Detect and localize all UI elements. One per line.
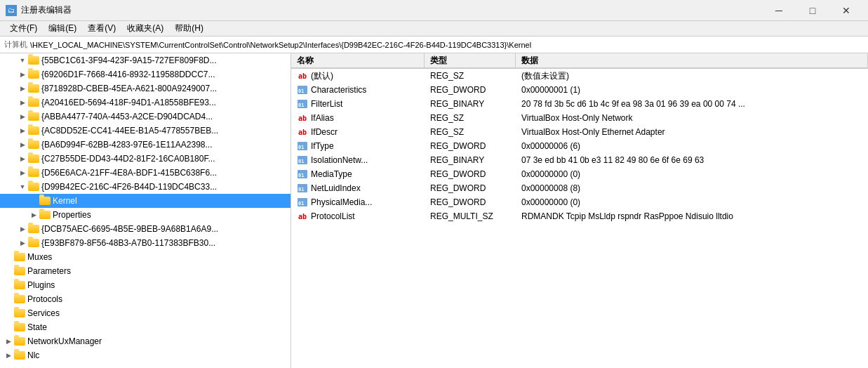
folder-icon [14,294,25,304]
table-row[interactable]: 01IsolationNetw...REG_BINARY07 3e ed bb … [291,153,868,167]
tree-item[interactable]: Plugins [0,278,291,292]
cell-type: REG_DWORD [425,84,516,96]
tree-item-label: Parameters [27,266,71,276]
tree-expand-icon[interactable]: ▶ [17,83,28,94]
column-data[interactable]: 数据 [516,53,868,67]
tree-item[interactable]: ▶{D56E6ACA-21FF-4E8A-BDF1-415BC638F6... [0,166,291,180]
table-row[interactable]: 01MediaTypeREG_DWORD0x00000000 (0) [291,167,868,181]
tree-item[interactable]: ▶{69206D1F-7668-4416-8932-119588DDCC7... [0,67,291,81]
folder-icon [28,70,39,79]
cell-type: REG_DWORD [425,197,516,208]
tree-expand-icon[interactable]: ▶ [17,167,28,178]
folder-icon [39,210,51,220]
menu-item[interactable]: 编辑(E) [43,21,82,36]
folder-icon [14,266,25,276]
cell-type: REG_SZ [425,112,516,124]
close-button[interactable]: ✕ [830,0,862,21]
cell-type: REG_MULTI_SZ [425,211,516,222]
cell-name: 01NetLuidIndex [291,183,425,194]
cell-name: abIfDescr [291,126,425,138]
table-header: 名称 类型 数据 [291,53,868,69]
tree-item[interactable]: ▶{BA6D994F-62BB-4283-97E6-1E11AA2398... [0,138,291,152]
tree-item[interactable]: ▶{AC8DD52E-CC41-44EE-B1A5-4778557BEB... [0,124,291,138]
cell-data: 0x00000000 (0) [516,169,868,180]
tree-expand-icon[interactable]: ▶ [17,97,28,108]
reg-dword-icon: 01 [297,99,308,109]
folder-icon [14,252,25,262]
svg-text:01: 01 [298,187,304,192]
tree-expand-icon[interactable]: ▶ [3,336,14,347]
tree-expand-icon[interactable] [28,195,39,206]
tree-expand-icon[interactable]: ▼ [17,55,28,66]
tree-expand-icon[interactable]: ▶ [17,125,28,136]
cell-name: 01PhysicalMedia... [291,197,425,208]
table-row[interactable]: 01IfTypeREG_DWORD0x00000006 (6) [291,139,868,153]
tree-expand-icon[interactable] [3,294,14,305]
address-prefix: 计算机 [4,39,27,50]
table-row[interactable]: 01FilterListREG_BINARY20 78 fd 3b 5c d6 … [291,97,868,111]
folder-icon [28,224,39,234]
title-bar: 🗂 注册表编辑器 ─ □ ✕ [0,0,868,21]
tree-expand-icon[interactable]: ▶ [3,350,14,361]
minimize-button[interactable]: ─ [763,0,795,21]
tree-item[interactable]: ▶{ABBA4477-740A-4453-A2CE-D904DCAD4... [0,110,291,124]
tree-item[interactable]: ▶Properties [0,208,291,222]
table-row[interactable]: 01CharacteristicsREG_DWORD0x00000001 (1) [291,83,868,97]
table-row[interactable]: 01NetLuidIndexREG_DWORD0x00000008 (8) [291,181,868,195]
tree-expand-icon[interactable]: ▶ [17,237,28,249]
table-row[interactable]: abIfAliasREG_SZVirtualBox Host-Only Netw… [291,111,868,125]
tree-expand-icon[interactable]: ▶ [17,153,28,164]
tree-item-label: Nlc [27,350,39,360]
tree-expand-icon[interactable]: ▼ [17,181,28,192]
menu-item[interactable]: 帮助(H) [169,21,209,36]
folder-icon [14,280,25,290]
app-icon: 🗂 [6,5,17,16]
column-name[interactable]: 名称 [291,53,425,67]
tree-expand-icon[interactable]: ▶ [17,111,28,122]
table-row[interactable]: abIfDescrREG_SZVirtualBox Host-Only Ethe… [291,125,868,139]
cell-data: 0x00000006 (6) [516,140,868,152]
tree-item[interactable]: State [0,320,291,334]
tree-item[interactable]: ▼{55BC1C61-3F94-423F-9A15-727EF809F8D... [0,53,291,67]
tree-expand-icon[interactable]: ▶ [17,69,28,80]
tree-item[interactable]: ▶{8718928D-CBEB-45EA-A621-800A9249007... [0,81,291,96]
column-type[interactable]: 类型 [425,53,516,67]
tree-expand-icon[interactable]: ▶ [17,139,28,150]
tree-expand-icon[interactable]: ▶ [28,209,39,221]
tree-item[interactable]: ▶{C27B55DE-DD43-44D2-81F2-16CA0B180F... [0,152,291,166]
tree-item[interactable]: ▶{A20416ED-5694-418F-94D1-A18558BFE93... [0,96,291,110]
maximize-button[interactable]: □ [796,0,829,21]
table-row[interactable]: abProtocolListREG_MULTI_SZRDMANDK Tcpip … [291,209,868,223]
cell-name: 01MediaType [291,169,425,180]
tree-expand-icon[interactable] [3,265,14,277]
tree-item[interactable]: Muxes [0,250,291,264]
tree-expand-icon[interactable]: ▶ [17,223,28,235]
menu-item[interactable]: 查看(V) [82,21,121,36]
tree-expand-icon[interactable] [3,251,14,263]
tree-item[interactable]: Protocols [0,292,291,306]
folder-icon [14,350,25,360]
svg-text:01: 01 [298,88,304,94]
tree-item[interactable]: Services [0,306,291,320]
tree-expand-icon[interactable] [3,280,14,291]
tree-item[interactable]: ▶{E93BF879-8F56-48B3-A7B0-117383BFB30... [0,236,291,250]
folder-icon [14,322,25,332]
cell-type: REG_BINARY [425,98,516,110]
table-row[interactable]: ab(默认)REG_SZ(数值未设置) [291,69,868,83]
right-panel: 名称 类型 数据 ab(默认)REG_SZ(数值未设置)01Characteri… [291,53,868,368]
tree-item[interactable]: Kernel [0,194,291,208]
menu-item[interactable]: 文件(F) [4,21,43,36]
tree-item[interactable]: ▶{DCB75AEC-6695-4B5E-9BEB-9A68B1A6A9... [0,222,291,236]
tree-item[interactable]: ▶NetworkUxManager [0,334,291,348]
tree-expand-icon[interactable] [3,308,14,319]
tree-item[interactable]: Parameters [0,264,291,278]
tree-item-label: Services [27,308,60,318]
tree-item[interactable]: ▼{D99B42EC-216C-4F26-B44D-119DC4BC33... [0,180,291,194]
tree-panel[interactable]: ▼{55BC1C61-3F94-423F-9A15-727EF809F8D...… [0,53,291,368]
menu-item[interactable]: 收藏夹(A) [121,21,169,36]
tree-expand-icon[interactable] [3,322,14,333]
cell-data: VirtualBox Host-Only Ethernet Adapter [516,126,868,138]
reg-dword-icon: 01 [297,183,308,193]
table-row[interactable]: 01PhysicalMedia...REG_DWORD0x00000000 (0… [291,195,868,209]
tree-item[interactable]: ▶Nlc [0,348,291,362]
